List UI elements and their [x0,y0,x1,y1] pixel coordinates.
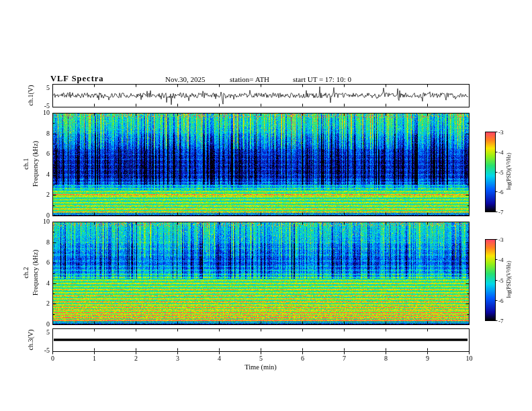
ch3-voltage-axis-label: ch.3(V) [28,330,34,351]
start-ut-label: start UT = 17: 10: 0 [293,76,351,83]
colorbar1-label: log(PSD)(V²/Hz) [506,152,512,189]
ch1-frequency-axis-label: Frequency (kHz) [32,141,39,187]
ch2-spectrogram-channel-label: ch.2 [23,267,30,279]
figure-title: VLF Spectra [50,75,104,83]
ch2-frequency-axis-label: Frequency (kHz) [32,250,39,295]
station-label: station= ATH [230,76,269,83]
colorbar2-label: log(PSD)(V²/Hz) [506,261,512,298]
spectra-plot-canvas [0,0,532,411]
ch1-spectrogram-channel-label: ch.1 [23,158,30,170]
vlf-spectra-figure: VLF Spectra Nov.30, 2025 station= ATH st… [0,0,532,411]
ch1-voltage-axis-label: ch.1(V) [28,85,34,106]
time-axis-label: Time (min) [245,364,277,371]
figure-date: Nov.30, 2025 [165,76,205,83]
